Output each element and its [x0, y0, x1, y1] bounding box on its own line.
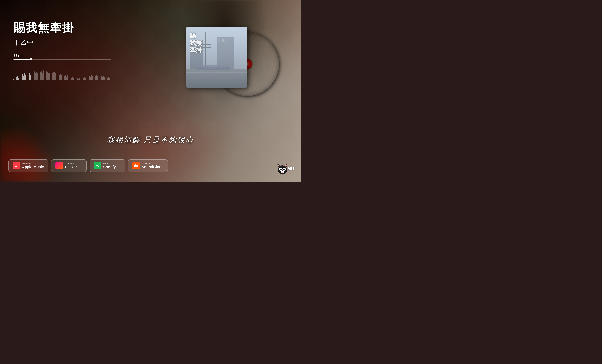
wave-bar: [96, 75, 97, 80]
wave-bar: [95, 76, 96, 80]
deezer-bars: [57, 163, 62, 168]
album-art-artist: 丁乙中: [235, 77, 244, 81]
wave-bar: [55, 73, 56, 80]
wave-bar: [72, 77, 73, 80]
deezer-button[interactable]: Listen on Deezer: [51, 160, 86, 172]
wave-bar: [47, 72, 48, 80]
wave-bar: [84, 76, 85, 80]
wave-bar: [77, 78, 78, 80]
wave-bar: [46, 71, 46, 80]
apple-music-button[interactable]: Listen on Apple Music: [8, 160, 48, 172]
mascot-svg: [276, 162, 289, 175]
progress-fill: [13, 59, 31, 60]
wave-bar: [83, 78, 84, 80]
wave-bar: [81, 78, 81, 80]
wave-bar: [59, 75, 60, 80]
wave-bar: [110, 78, 111, 80]
progress-bar[interactable]: [13, 59, 111, 60]
svg-point-34: [280, 169, 281, 170]
wave-bar: [22, 74, 22, 80]
wave-bar: [61, 75, 62, 80]
lyric-current: 我很清醒 只是不夠狠心: [107, 135, 194, 145]
deezer-text: Listen on Deezer: [65, 162, 77, 169]
apple-music-icon: [13, 162, 20, 169]
wave-bar: [94, 75, 94, 80]
wave-bar: [67, 75, 68, 80]
wave-bar: [91, 75, 92, 80]
soundcloud-listen-on: Listen on: [142, 162, 164, 165]
wave-bar: [109, 78, 110, 80]
wave-bar: [51, 72, 51, 80]
wave-bar: [103, 76, 104, 80]
wave-bar: [105, 77, 105, 80]
logo-mascot: [276, 162, 289, 175]
svg-point-36: [281, 169, 281, 169]
svg-point-35: [283, 169, 285, 170]
wave-bar: [63, 74, 63, 80]
wave-bar: [107, 78, 108, 80]
wave-bar: [76, 78, 76, 80]
soundcloud-button[interactable]: Listen on SoundCloud: [128, 160, 168, 172]
wave-bar: [23, 76, 24, 80]
waveform-visualizer: [13, 70, 111, 80]
wave-bar: [30, 75, 31, 80]
wave-bar: [69, 77, 69, 80]
wave-bar: [71, 78, 72, 80]
wave-bar: [89, 76, 90, 80]
wave-bar: [34, 71, 34, 80]
album-art-title: 賜我無牽掛: [190, 32, 244, 54]
wave-bar: [90, 76, 91, 80]
wave-bar: [41, 71, 42, 80]
wave-bar: [24, 73, 25, 80]
wave-bar: [60, 74, 61, 80]
wave-bar: [97, 76, 98, 80]
svg-point-37: [284, 169, 285, 169]
wave-bar: [57, 74, 57, 80]
soundcloud-icon: [132, 162, 140, 169]
wave-bar: [100, 76, 100, 80]
wave-bar: [13, 79, 14, 80]
spotify-text: Listen on Spotify: [103, 162, 116, 169]
wave-bar: [102, 77, 103, 80]
wave-bar: [36, 72, 37, 80]
progress-knob[interactable]: [30, 58, 32, 61]
wave-bar: [25, 75, 26, 80]
spotify-button[interactable]: Listen on Spotify: [90, 160, 125, 172]
apple-music-listen-on: Listen on: [22, 162, 44, 165]
wave-bar: [93, 76, 93, 80]
spotify-name: Spotify: [103, 165, 116, 169]
wave-bar: [49, 73, 50, 80]
wave-bar: [52, 73, 53, 80]
wave-bar: [101, 76, 102, 80]
wave-bar: [39, 71, 39, 80]
wave-bar: [64, 76, 64, 80]
wave-bar: [32, 72, 32, 80]
wave-bar: [86, 77, 87, 80]
wave-bar: [16, 77, 17, 80]
svg-rect-27: [134, 166, 134, 167]
apple-music-name: Apple Music: [22, 165, 44, 169]
wave-bar: [20, 75, 20, 80]
wave-bar: [73, 78, 74, 80]
wave-bar: [21, 76, 22, 80]
deezer-name: Deezer: [65, 165, 77, 169]
wave-bar: [88, 77, 88, 80]
wave-bar: [75, 77, 75, 80]
wave-bar: [43, 70, 44, 80]
wave-bar: [106, 76, 106, 80]
wave-bar: [35, 73, 36, 80]
soundcloud-text: Listen on SoundCloud: [142, 162, 164, 169]
wave-bar: [108, 77, 109, 80]
wave-bar: [15, 78, 15, 80]
svg-rect-28: [134, 165, 135, 167]
deezer-listen-on: Listen on: [65, 162, 77, 165]
wave-bar: [18, 78, 19, 80]
deezer-icon: [55, 162, 63, 169]
progress-area: 00:44: [13, 54, 111, 60]
wave-bar: [48, 73, 49, 80]
wave-bar: [45, 72, 45, 80]
logo-area: MU: [276, 162, 294, 175]
wave-bar: [53, 72, 54, 80]
wave-bar: [66, 76, 67, 80]
wave-bar: [40, 72, 41, 80]
